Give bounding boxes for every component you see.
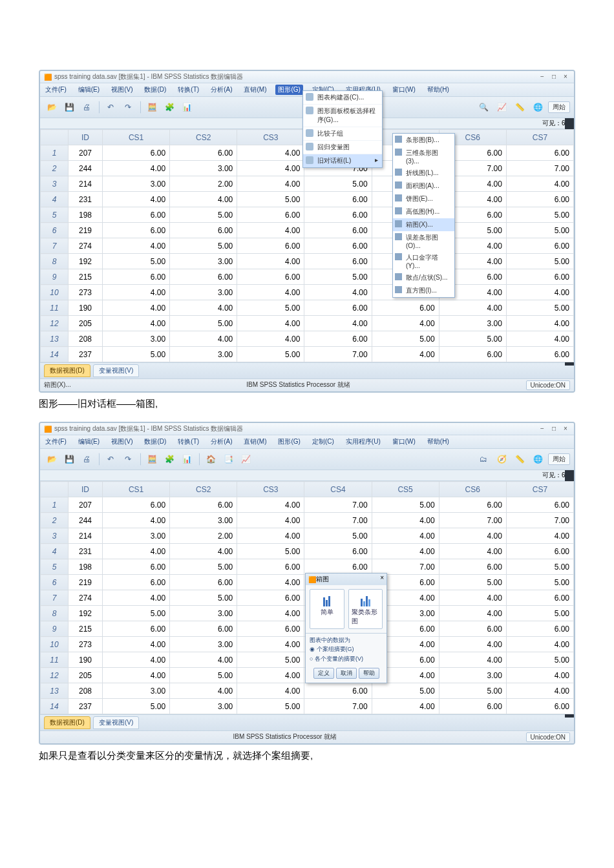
data-cell[interactable]: 4.00	[237, 254, 304, 269]
data-cell[interactable]: 5.00	[372, 497, 439, 513]
data-cell[interactable]: 4.00	[237, 637, 304, 652]
data-cell[interactable]: 5.00	[506, 606, 573, 621]
chart3-icon[interactable]: 📈	[238, 451, 253, 467]
row-header[interactable]: 4	[41, 192, 69, 207]
data-cell[interactable]: 6.00	[506, 192, 573, 207]
menu-item[interactable]: 编辑(E)	[76, 85, 102, 95]
dialog-close[interactable]: ×	[380, 574, 384, 581]
row-header[interactable]: 3	[41, 528, 69, 544]
data-cell[interactable]: 4.00	[506, 683, 573, 699]
data-cell[interactable]: 6.00	[170, 575, 237, 590]
data-cell[interactable]: 5.00	[506, 652, 573, 668]
menu-item[interactable]: 实用程序(U)	[343, 437, 383, 447]
data-cell[interactable]: 6.00	[439, 699, 506, 714]
data-cell[interactable]: 4.00	[237, 668, 304, 683]
column-header[interactable]: CS4	[304, 482, 372, 497]
data-cell[interactable]: 215	[69, 621, 103, 637]
data-cell[interactable]: 5.00	[103, 606, 170, 621]
data-cell[interactable]: 4.00	[103, 300, 170, 316]
data-cell[interactable]: 5.00	[170, 207, 237, 223]
data-cell[interactable]: 5.00	[506, 300, 573, 316]
data-cell[interactable]: 4.00	[506, 316, 573, 331]
data-cell[interactable]: 5.00	[506, 575, 573, 590]
data-cell[interactable]: 4.00	[506, 285, 573, 300]
chart-icon[interactable]: 🧮	[144, 99, 160, 115]
column-header[interactable]: CS1	[103, 482, 170, 497]
menu-item[interactable]: 分析(A)	[208, 85, 235, 95]
data-cell[interactable]: 6.00	[304, 331, 372, 347]
data-cell[interactable]: 4.00	[506, 176, 573, 192]
tab-variable-view[interactable]: 变量视图(V)	[93, 716, 139, 729]
data-cell[interactable]: 5.00	[439, 683, 506, 699]
data-cell[interactable]: 219	[69, 223, 103, 238]
row-header[interactable]: 14	[41, 699, 69, 714]
menu-item[interactable]: 数据(D)	[142, 85, 169, 95]
data-cell[interactable]: 205	[69, 316, 103, 331]
data-cell[interactable]: 5.00	[170, 316, 237, 331]
menu-item[interactable]: 图形(G)	[275, 85, 302, 95]
data-cell[interactable]: 6.00	[506, 238, 573, 254]
data-cell[interactable]: 3.00	[103, 528, 170, 544]
data-cell[interactable]: 4.00	[304, 285, 372, 300]
data-cell[interactable]: 4.00	[304, 316, 372, 331]
data-cell[interactable]: 208	[69, 683, 103, 699]
data-cell[interactable]: 6.00	[237, 621, 304, 637]
open-icon[interactable]: 📂	[44, 99, 59, 115]
column-header[interactable]: CS6	[439, 482, 506, 497]
row-header[interactable]: 14	[41, 347, 69, 362]
data-cell[interactable]: 4.00	[103, 668, 170, 683]
row-header[interactable]: 12	[41, 668, 69, 683]
row-header[interactable]: 8	[41, 606, 69, 621]
data-cell[interactable]: 5.00	[103, 254, 170, 269]
data-cell[interactable]: 4.00	[170, 300, 237, 316]
data-cell[interactable]: 5.00	[103, 699, 170, 714]
data-cell[interactable]: 3.00	[103, 331, 170, 347]
data-cell[interactable]: 4.00	[237, 606, 304, 621]
close-button[interactable]: ×	[561, 72, 570, 81]
maximize-button[interactable]: □	[549, 72, 558, 81]
data-cell[interactable]: 214	[69, 528, 103, 544]
data-cell[interactable]: 6.00	[506, 347, 573, 362]
data-cell[interactable]: 6.00	[304, 683, 372, 699]
data-cell[interactable]: 5.00	[372, 683, 439, 699]
data-cell[interactable]: 6.00	[304, 223, 372, 238]
data-cell[interactable]: 3.00	[103, 683, 170, 699]
data-cell[interactable]: 2.00	[170, 176, 237, 192]
data-cell[interactable]: 6.00	[103, 207, 170, 223]
data-cell[interactable]: 4.00	[237, 176, 304, 192]
data-cell[interactable]: 208	[69, 331, 103, 347]
data-cell[interactable]: 231	[69, 544, 103, 559]
data-cell[interactable]: 244	[69, 161, 103, 176]
column-header[interactable]: CS5	[372, 482, 439, 497]
menu-item[interactable]: 分析(A)	[208, 437, 235, 447]
data-cell[interactable]: 7.00	[372, 559, 439, 575]
minimize-button[interactable]: −	[538, 424, 547, 433]
print-icon[interactable]: 🖨	[79, 451, 94, 467]
data-cell[interactable]: 192	[69, 606, 103, 621]
submenu-item[interactable]: 直方图(I)...	[393, 284, 454, 297]
data-cell[interactable]: 5.00	[506, 223, 573, 238]
data-cell[interactable]: 5.00	[237, 699, 304, 714]
row-header[interactable]: 12	[41, 316, 69, 331]
data-cell[interactable]: 4.00	[103, 161, 170, 176]
data-cell[interactable]: 6.00	[103, 559, 170, 575]
row-header[interactable]: 9	[41, 621, 69, 637]
data-cell[interactable]: 4.00	[372, 347, 439, 362]
menu-item[interactable]: 文件(F)	[43, 85, 69, 95]
undo-icon[interactable]: ↶	[103, 99, 118, 115]
data-cell[interactable]: 6.00	[170, 269, 237, 285]
data-cell[interactable]: 6.00	[439, 347, 506, 362]
data-cell[interactable]: 4.00	[506, 668, 573, 683]
data-cell[interactable]: 4.00	[170, 544, 237, 559]
data-cell[interactable]: 7.00	[304, 347, 372, 362]
data-cell[interactable]: 6.00	[237, 590, 304, 606]
data-cell[interactable]: 4.00	[237, 575, 304, 590]
data-cell[interactable]: 4.00	[439, 606, 506, 621]
data-cell[interactable]: 273	[69, 637, 103, 652]
menu-item[interactable]: 视图(V)	[109, 85, 135, 95]
menu-item[interactable]: 窗口(W)	[390, 437, 418, 447]
data-cell[interactable]: 5.00	[506, 559, 573, 575]
data-cell[interactable]: 6.00	[103, 223, 170, 238]
data-cell[interactable]: 6.00	[103, 575, 170, 590]
data-cell[interactable]: 3.00	[439, 668, 506, 683]
